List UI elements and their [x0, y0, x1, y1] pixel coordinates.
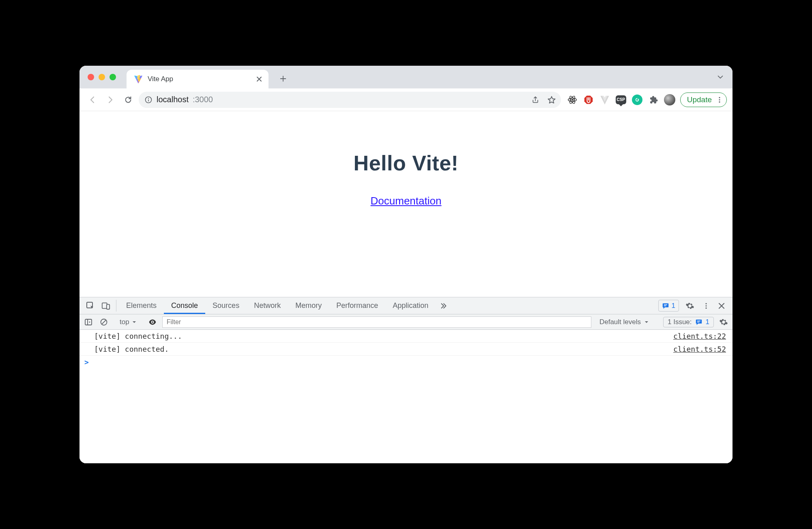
window-minimize-button[interactable]	[99, 74, 105, 80]
url-port: :3000	[193, 95, 213, 104]
messages-count: 1	[672, 302, 675, 310]
levels-label: Default levels	[599, 318, 641, 326]
clear-console-button[interactable]	[98, 316, 110, 328]
log-message: [vite] connecting...	[94, 332, 673, 340]
traffic-lights	[88, 74, 116, 80]
svg-point-19	[152, 321, 153, 323]
page-viewport: Hello Vite! Documentation	[79, 111, 733, 297]
extensions-menu-button[interactable]	[648, 94, 659, 105]
svg-point-9	[719, 99, 720, 100]
toggle-console-sidebar-button[interactable]	[83, 316, 94, 328]
browser-window: Vite App	[79, 66, 733, 463]
profile-avatar[interactable]	[664, 94, 675, 105]
forward-button[interactable]	[103, 92, 118, 107]
extensions-area: CSP Update	[567, 92, 727, 107]
console-context-label: top	[120, 318, 129, 326]
inspect-element-button[interactable]	[83, 297, 98, 314]
devtools-settings-button[interactable]	[681, 297, 698, 314]
log-source-link[interactable]: client.ts:22	[673, 332, 726, 340]
svg-rect-13	[107, 304, 110, 309]
window-close-button[interactable]	[88, 74, 94, 80]
update-label: Update	[687, 95, 712, 104]
console-toolbar: top Default levels 1 Issue: 1	[79, 314, 733, 330]
tab-title: Vite App	[148, 75, 251, 83]
tab-close-button[interactable]	[256, 75, 263, 83]
tab-strip: Vite App	[79, 66, 733, 88]
tab-memory[interactable]: Memory	[288, 297, 329, 314]
browser-toolbar: localhost:3000	[79, 88, 733, 111]
console-log-row: [vite] connected. client.ts:52	[79, 343, 733, 356]
tab-application[interactable]: Application	[385, 297, 436, 314]
window-zoom-button[interactable]	[110, 74, 116, 80]
url-host: localhost	[157, 95, 189, 104]
address-bar[interactable]: localhost:3000	[139, 92, 561, 108]
live-expression-button[interactable]	[147, 316, 158, 328]
issues-chip[interactable]: 1 Issue: 1	[663, 317, 714, 327]
svg-point-14	[705, 303, 707, 304]
svg-point-10	[719, 101, 720, 102]
reload-button[interactable]	[121, 92, 135, 107]
tabs-overflow-button[interactable]	[436, 297, 451, 314]
console-log-list: [vite] connecting... client.ts:22 [vite]…	[79, 330, 733, 463]
svg-point-1	[148, 98, 149, 99]
console-prompt[interactable]: >	[79, 356, 733, 368]
back-button[interactable]	[85, 92, 100, 107]
vue-devtools-extension-icon[interactable]	[599, 94, 610, 105]
tab-console[interactable]: Console	[164, 297, 205, 314]
tabs-dropdown-button[interactable]	[713, 70, 728, 84]
devtools-close-button[interactable]	[714, 297, 729, 314]
vite-favicon-icon	[134, 75, 143, 84]
svg-rect-17	[85, 319, 92, 325]
devtools-tabs: Elements Console Sources Network Memory …	[79, 297, 733, 314]
react-devtools-extension-icon[interactable]	[567, 94, 578, 105]
site-info-icon[interactable]	[144, 96, 153, 104]
console-messages-chip[interactable]: 1	[658, 300, 679, 312]
log-source-link[interactable]: client.ts:52	[673, 345, 726, 353]
issues-count: 1	[706, 318, 709, 326]
bookmark-button[interactable]	[546, 94, 558, 106]
csp-extension-icon[interactable]: CSP	[615, 94, 627, 105]
new-tab-button[interactable]	[276, 71, 290, 86]
device-toolbar-button[interactable]	[98, 297, 114, 314]
documentation-link[interactable]: Documentation	[371, 195, 442, 207]
console-log-row: [vite] connecting... client.ts:22	[79, 330, 733, 343]
prompt-icon: >	[84, 358, 89, 366]
svg-point-8	[719, 97, 720, 98]
log-message: [vite] connected.	[94, 345, 673, 353]
devtools-panel: Elements Console Sources Network Memory …	[79, 297, 733, 463]
update-chrome-button[interactable]: Update	[680, 92, 727, 107]
tab-elements[interactable]: Elements	[119, 297, 164, 314]
svg-point-15	[705, 305, 707, 306]
svg-rect-2	[148, 99, 149, 101]
chrome-menu-icon[interactable]	[716, 96, 723, 103]
adblock-extension-icon[interactable]	[583, 94, 594, 105]
issues-icon	[695, 318, 702, 326]
console-settings-button[interactable]	[718, 316, 729, 328]
log-levels-select[interactable]: Default levels	[595, 318, 653, 326]
devtools-more-button[interactable]	[698, 297, 714, 314]
issues-label: 1 Issue:	[668, 318, 692, 326]
avatar-icon	[664, 94, 675, 105]
svg-point-3	[571, 99, 573, 101]
tab-sources[interactable]: Sources	[205, 297, 247, 314]
svg-point-16	[705, 307, 707, 308]
page-heading: Hello Vite!	[354, 151, 459, 175]
browser-tab[interactable]: Vite App	[127, 70, 269, 88]
tab-performance[interactable]: Performance	[329, 297, 385, 314]
console-context-select[interactable]: top	[120, 318, 137, 326]
share-button[interactable]	[529, 94, 541, 106]
grammarly-extension-icon[interactable]	[632, 94, 643, 105]
console-filter-input[interactable]	[162, 316, 591, 328]
tab-network[interactable]: Network	[247, 297, 288, 314]
